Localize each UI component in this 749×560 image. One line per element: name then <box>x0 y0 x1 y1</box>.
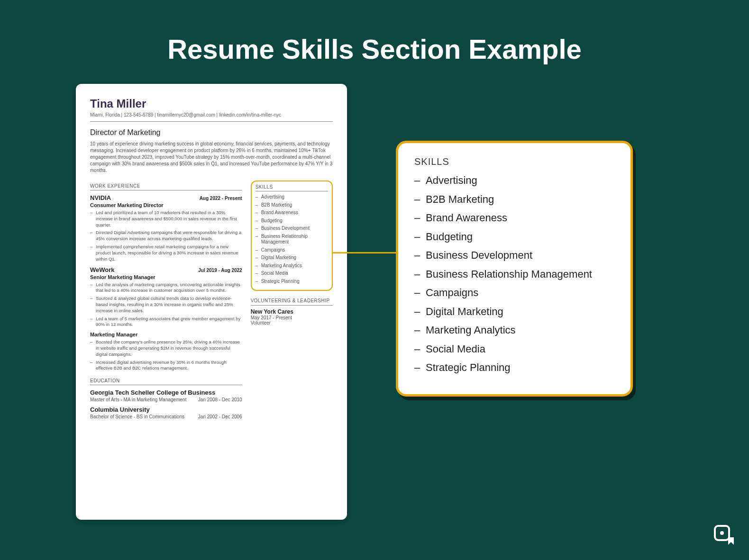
job-title: Consumer Marketing Director <box>90 202 242 208</box>
skill-item: Strategic Planning <box>256 279 328 285</box>
svg-point-1 <box>720 531 724 535</box>
brand-logo-icon <box>712 523 736 547</box>
skill-item: Campaigns <box>256 247 328 253</box>
skill-item: Business Relationship Management <box>256 234 328 245</box>
resume-contact: Miami, Florida | 123-545-6789 | tinamill… <box>90 112 333 122</box>
skills-small-list: Advertising B2B Marketing Brand Awarenes… <box>256 194 328 284</box>
job-company: NVIDIA <box>90 194 111 201</box>
job-dates: Aug 2022 - Present <box>200 196 242 201</box>
connector-line <box>332 252 398 253</box>
stage: Tina Miller Miami, Florida | 123-545-678… <box>0 65 749 554</box>
job-bullet: Led the analysis of marketing campaigns,… <box>90 282 242 294</box>
callout-item: Brand Awareness <box>414 211 616 225</box>
vol-org: New York Cares <box>251 308 333 315</box>
job-title: Senior Marketing Manager <box>90 274 242 280</box>
skill-item: Business Development <box>256 226 328 232</box>
job-bullet: Sourced & analyzed global cultural trend… <box>90 296 242 314</box>
section-skills-label: SKILLS <box>256 184 328 191</box>
job-bullets: Led and prioritized a team of 10 markete… <box>90 210 242 262</box>
edu-degree: Master of Arts - MA in Marketing Managem… <box>90 397 186 402</box>
callout-item: Advertising <box>414 174 616 187</box>
education-block: Georgia Tech Scheller College of Busines… <box>90 389 242 402</box>
job-bullet: Implemented comprehensive retail marketi… <box>90 244 242 262</box>
callout-heading: SKILLS <box>414 156 616 167</box>
callout-item: Business Relationship Management <box>414 268 616 281</box>
section-work-label: WORK EXPERIENCE <box>90 183 242 190</box>
callout-item: Business Development <box>414 249 616 262</box>
edu-dates: Jan 2002 - Dec 2006 <box>198 414 242 419</box>
skill-item: Advertising <box>256 194 328 200</box>
section-volunteering-label: VOLUNTEERING & LEADERSHIP <box>251 298 333 306</box>
edu-school: Columbia University <box>90 406 242 413</box>
skill-item: B2B Marketing <box>256 202 328 208</box>
job-bullet: Led a team of 5 marketing associates tha… <box>90 316 242 328</box>
job-bullet: Boosted the company's online presence by… <box>90 339 242 357</box>
vol-dates: May 2017 - Present <box>251 315 333 320</box>
section-education-label: EDUCATION <box>90 378 242 385</box>
job-bullet: Directed Digital Advertising campaigns t… <box>90 230 242 242</box>
job-bullet: Led and prioritized a team of 10 markete… <box>90 210 242 228</box>
job-dates: Jul 2019 - Aug 2022 <box>198 268 242 273</box>
job-block: NVIDIA Aug 2022 - Present Consumer Marke… <box>90 194 242 262</box>
callout-item: B2B Marketing <box>414 193 616 206</box>
callout-item: Budgeting <box>414 230 616 244</box>
job-title: Marketing Manager <box>90 332 242 337</box>
resume-right-column: SKILLS Advertising B2B Marketing Brand A… <box>251 181 333 419</box>
volunteering-block: VOLUNTEERING & LEADERSHIP New York Cares… <box>251 298 333 325</box>
edu-dates: Jan 2008 - Dec 2010 <box>198 397 242 402</box>
skills-callout-card: SKILLS Advertising B2B Marketing Brand A… <box>396 141 633 397</box>
resume-name: Tina Miller <box>90 97 333 110</box>
callout-item: Strategic Planning <box>414 361 616 374</box>
edu-school: Georgia Tech Scheller College of Busines… <box>90 389 242 396</box>
education-block: Columbia University Bachelor of Science … <box>90 406 242 419</box>
vol-role: Volunteer <box>251 320 333 325</box>
callout-item: Digital Marketing <box>414 305 616 318</box>
job-company: WeWork <box>90 266 115 273</box>
resume-left-column: WORK EXPERIENCE NVIDIA Aug 2022 - Presen… <box>90 181 242 419</box>
skill-item: Social Media <box>256 271 328 277</box>
job-bullets: Led the analysis of marketing campaigns,… <box>90 282 242 328</box>
skill-item: Marketing Analytics <box>256 263 328 269</box>
job-block: WeWork Jul 2019 - Aug 2022 Senior Market… <box>90 266 242 328</box>
callout-item: Social Media <box>414 343 616 356</box>
edu-degree: Bachelor of Science - BS in Communicatio… <box>90 414 184 419</box>
page-title: Resume Skills Section Example <box>0 0 749 65</box>
skills-highlight-box: SKILLS Advertising B2B Marketing Brand A… <box>251 181 333 291</box>
callout-item: Marketing Analytics <box>414 324 616 337</box>
resume-role: Director of Marketing <box>90 128 333 137</box>
job-block: Marketing Manager Boosted the company's … <box>90 332 242 371</box>
resume-card: Tina Miller Miami, Florida | 123-545-678… <box>76 84 347 520</box>
callout-item: Campaigns <box>414 286 616 299</box>
skill-item: Brand Awareness <box>256 210 328 216</box>
job-bullet: Increased digital advertising revenue by… <box>90 360 242 372</box>
skill-item: Digital Marketing <box>256 255 328 261</box>
resume-summary: 10 years of experience driving marketing… <box>90 141 333 174</box>
job-bullets: Boosted the company's online presence by… <box>90 339 242 371</box>
callout-list: Advertising B2B Marketing Brand Awarenes… <box>414 174 616 374</box>
skill-item: Budgeting <box>256 218 328 224</box>
